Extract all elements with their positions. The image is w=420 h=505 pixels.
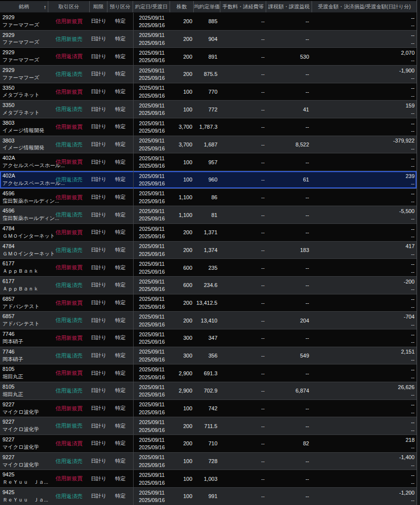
trade-type-cell: 信用返済売 xyxy=(48,101,90,118)
fees-value: -- xyxy=(261,335,265,341)
settlement-amount-value: -5,500 xyxy=(399,208,415,214)
table-row[interactable]: 2929 ファーマフーズ 信用返済売 日計り 特定 2025/09/11 202… xyxy=(0,66,417,83)
trade-type-cell: 信用新規買 xyxy=(48,13,90,30)
column-header-trade-type[interactable]: 取引区分 xyxy=(48,1,90,12)
avg-price-value: 356 xyxy=(209,353,217,359)
table-row[interactable]: 4596 窪田製薬ホールディン... 信用返済売 日計り 特定 2025/09/… xyxy=(0,206,417,224)
account-type-cell: 特定 xyxy=(107,189,133,206)
avg-price-cell: 960 xyxy=(194,171,220,188)
sort-ascending-icon[interactable]: ↑ xyxy=(44,4,47,10)
table-row[interactable]: 9227 マイクロ波化学 信用返済売 日計り 特定 2025/09/11 202… xyxy=(0,453,417,470)
settlement-date: 2025/09/16 xyxy=(139,409,165,415)
table-row[interactable]: 6857 アドバンテスト 信用新規買 日計り 特定 2025/09/11 202… xyxy=(0,294,417,312)
column-header-term[interactable]: 期限 xyxy=(90,1,107,12)
settlement-amount-value: 159 xyxy=(406,103,415,108)
column-header-account-type[interactable]: 預り区分 xyxy=(107,1,133,12)
trade-type-label: 信用返済売 xyxy=(56,106,83,113)
table-row[interactable]: 3350 メタプラネット 信用新規買 日計り 特定 2025/09/11 202… xyxy=(0,83,417,101)
settlement-amount-value: -- xyxy=(411,331,415,337)
quantity-value: 200 xyxy=(183,71,192,77)
table-row[interactable]: 4596 窪田製薬ホールディン... 信用新規買 日計り 特定 2025/09/… xyxy=(0,189,417,207)
stock-name: アドバンテスト xyxy=(2,303,39,310)
tax-value: 61 xyxy=(303,177,309,182)
column-header-tax[interactable]: 課税額・譲渡益税 xyxy=(266,1,312,12)
term-cell: 日計り xyxy=(90,364,107,382)
trade-type-cell: 信用新規買 xyxy=(48,294,90,312)
table-row[interactable]: 4784 ＧＭＯインターネット 信用新規買 日計り 特定 2025/09/11 … xyxy=(0,224,417,242)
vertical-scrollbar-track[interactable] xyxy=(417,0,420,505)
trade-date: 2025/09/11 xyxy=(139,314,165,320)
quantity-value: 600 xyxy=(183,282,192,288)
trade-type-label: 信用返済売 xyxy=(56,493,83,500)
fees-value: -- xyxy=(261,71,265,77)
table-row[interactable]: 8105 堀田丸正 信用新規買 日計り 特定 2025/09/11 2025/0… xyxy=(0,364,417,382)
settlement-date: 2025/09/16 xyxy=(139,304,165,310)
table-row[interactable]: 402A アクセルスペースホール... 信用返済売 日計り 特定 2025/09… xyxy=(0,171,417,189)
column-header-symbol[interactable]: 銘柄 ↑ xyxy=(0,1,48,12)
quantity-cell: 600 xyxy=(170,277,194,294)
trade-type-label: 信用返済売 xyxy=(56,317,83,324)
stock-cell: 9227 マイクロ波化学 xyxy=(0,417,48,434)
quantity-value: 1,100 xyxy=(178,194,192,200)
table-row[interactable]: 9227 マイクロ波化学 信用返済買 日計り 特定 2025/09/11 202… xyxy=(0,435,417,453)
table-row[interactable]: 7746 岡本硝子 信用返済売 日計り 特定 2025/09/11 2025/0… xyxy=(0,347,417,365)
trade-type-cell: 信用新規買 xyxy=(48,470,90,487)
fees-cell: -- xyxy=(220,329,266,347)
table-row[interactable]: 7746 岡本硝子 信用新規買 日計り 特定 2025/09/11 2025/0… xyxy=(0,329,417,347)
account-type-cell: 特定 xyxy=(107,13,133,30)
table-row[interactable]: 9425 ＲｅＹｕｕ Ｊａ... 信用新規買 日計り 特定 2025/09/11… xyxy=(0,470,417,488)
table-row[interactable]: 9227 マイクロ波化学 信用新規買 日計り 特定 2025/09/11 202… xyxy=(0,400,417,418)
table-row[interactable]: 3803 イメージ情報開発 信用新規買 日計り 特定 2025/09/11 20… xyxy=(0,118,417,136)
avg-price-value: 691.3 xyxy=(204,370,217,376)
quantity-cell: 3,700 xyxy=(170,136,194,153)
table-row[interactable]: 3803 イメージ情報開発 信用返済売 日計り 特定 2025/09/11 20… xyxy=(0,136,417,154)
table-row[interactable]: 402A アクセルスペースホール... 信用新規買 日計り 特定 2025/09… xyxy=(0,153,417,171)
fees-value: -- xyxy=(261,54,265,60)
avg-price-cell: 1,374 xyxy=(194,242,220,259)
stock-cell: 3803 イメージ情報開発 xyxy=(0,136,48,153)
daytrade-amount-value: -- xyxy=(411,198,415,204)
avg-price-value: 347 xyxy=(209,335,217,341)
fees-value: -- xyxy=(261,212,265,218)
tax-value: -- xyxy=(306,89,309,95)
column-header-settlement-amount[interactable]: 受渡金額・決済損益/受渡金額(日計り分) xyxy=(312,1,417,12)
account-type-cell: 特定 xyxy=(107,329,133,347)
column-header-avg-price[interactable]: 平均約定単価 xyxy=(194,1,220,12)
table-row[interactable]: 9227 マイクロ波化学 信用新規売 日計り 特定 2025/09/11 202… xyxy=(0,417,417,435)
stock-code: 3350 xyxy=(2,102,14,108)
dates-cell: 2025/09/11 2025/09/16 xyxy=(133,277,170,294)
table-row[interactable]: 6857 アドバンテスト 信用返済売 日計り 特定 2025/09/11 202… xyxy=(0,312,417,329)
table-row[interactable]: 2929 ファーマフーズ 信用新規売 日計り 特定 2025/09/11 202… xyxy=(0,31,417,48)
account-type-label: 特定 xyxy=(115,282,126,289)
trade-type-cell: 信用返済買 xyxy=(48,435,90,452)
table-row[interactable]: 4784 ＧＭＯインターネット 信用返済売 日計り 特定 2025/09/11 … xyxy=(0,242,417,259)
dates-cell: 2025/09/11 2025/09/16 xyxy=(133,31,170,48)
table-row[interactable]: 9425 ＲｅＹｕｕ Ｊａ... 信用返済売 日計り 特定 2025/09/11… xyxy=(0,488,417,505)
table-row[interactable]: 6177 ＡｐｐＢａｎｋ 信用返済売 日計り 特定 2025/09/11 202… xyxy=(0,277,417,294)
table-row[interactable]: 8105 堀田丸正 信用返済売 日計り 特定 2025/09/11 2025/0… xyxy=(0,382,417,400)
settlement-amount-cell: -- -- xyxy=(312,364,417,382)
quantity-value: 200 xyxy=(183,423,192,429)
settlement-amount-value: -200 xyxy=(404,279,415,285)
avg-price-cell: 772 xyxy=(194,101,220,118)
term-cell: 日計り xyxy=(90,242,107,259)
settlement-amount-value: -- xyxy=(411,190,415,196)
tax-cell: -- xyxy=(266,206,312,223)
column-header-fees[interactable]: 手数料・諸経費等 xyxy=(220,1,266,12)
table-row[interactable]: 2929 ファーマフーズ 信用返済買 日計り 特定 2025/09/11 202… xyxy=(0,48,417,66)
avg-price-cell: 1,787.3 xyxy=(194,118,220,136)
settlement-date: 2025/09/16 xyxy=(139,22,165,28)
table-row[interactable]: 3350 メタプラネット 信用返済売 日計り 特定 2025/09/11 202… xyxy=(0,101,417,118)
daytrade-amount-value: -- xyxy=(411,304,415,310)
column-header-quantity[interactable]: 株数 xyxy=(170,1,194,12)
settlement-amount-cell: -- -- xyxy=(312,189,417,206)
stock-code: 402A xyxy=(2,173,15,179)
table-row[interactable]: 2929 ファーマフーズ 信用新規買 日計り 特定 2025/09/11 202… xyxy=(0,13,417,31)
avg-price-value: 1,003 xyxy=(204,476,217,482)
column-header-dates[interactable]: 約定日/受渡日 xyxy=(133,1,170,12)
table-row[interactable]: 6177 ＡｐｐＢａｎｋ 信用新規買 日計り 特定 2025/09/11 202… xyxy=(0,259,417,277)
trade-type-label: 信用新規買 xyxy=(56,194,83,201)
account-type-label: 特定 xyxy=(115,88,126,95)
dates-cell: 2025/09/11 2025/09/16 xyxy=(133,312,170,329)
quantity-cell: 100 xyxy=(170,83,194,101)
